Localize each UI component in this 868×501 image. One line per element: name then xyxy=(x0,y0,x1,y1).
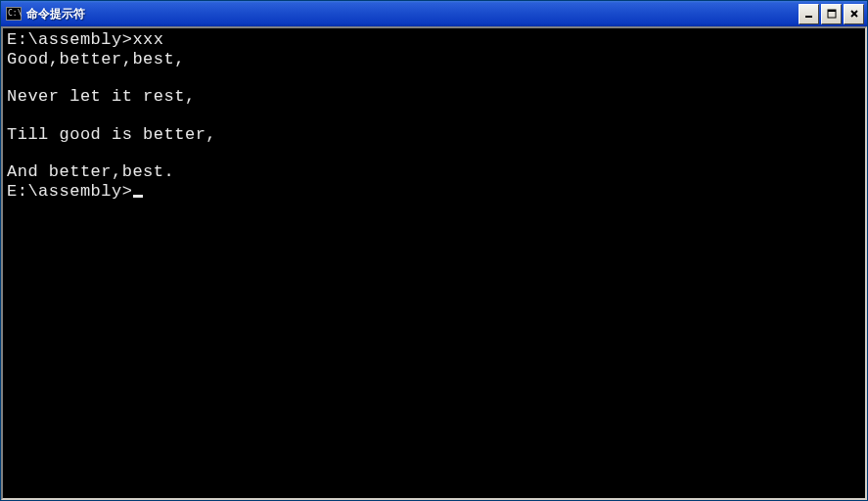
svg-rect-0 xyxy=(805,16,812,18)
cursor xyxy=(133,195,143,198)
terminal-line xyxy=(7,68,861,87)
maximize-button[interactable] xyxy=(821,4,842,24)
svg-rect-2 xyxy=(828,10,836,12)
close-button[interactable] xyxy=(844,4,864,24)
app-icon-text: C:\ xyxy=(8,10,22,18)
terminal-line: Never let it rest, xyxy=(7,87,861,107)
window-controls xyxy=(799,4,864,24)
client-area: E:\assembly>xxxGood,better,best,Never le… xyxy=(1,26,867,500)
terminal-line xyxy=(7,107,861,125)
maximize-icon xyxy=(827,9,837,19)
terminal-line: Till good is better, xyxy=(7,125,861,145)
terminal-line: E:\assembly>xxx xyxy=(7,30,861,50)
window-title: 命令提示符 xyxy=(26,6,799,23)
minimize-button[interactable] xyxy=(799,4,819,24)
terminal-line: Good,better,best, xyxy=(7,50,861,69)
terminal[interactable]: E:\assembly>xxxGood,better,best,Never le… xyxy=(3,28,865,498)
terminal-line xyxy=(7,144,861,162)
minimize-icon xyxy=(804,9,814,19)
close-icon xyxy=(849,9,859,19)
command-prompt-window: C:\ 命令提示符 E:\assembl xyxy=(0,0,868,501)
titlebar[interactable]: C:\ 命令提示符 xyxy=(1,1,867,26)
app-icon: C:\ xyxy=(6,7,22,21)
terminal-line: And better,best. xyxy=(7,162,861,182)
terminal-prompt-line[interactable]: E:\assembly> xyxy=(7,182,861,202)
